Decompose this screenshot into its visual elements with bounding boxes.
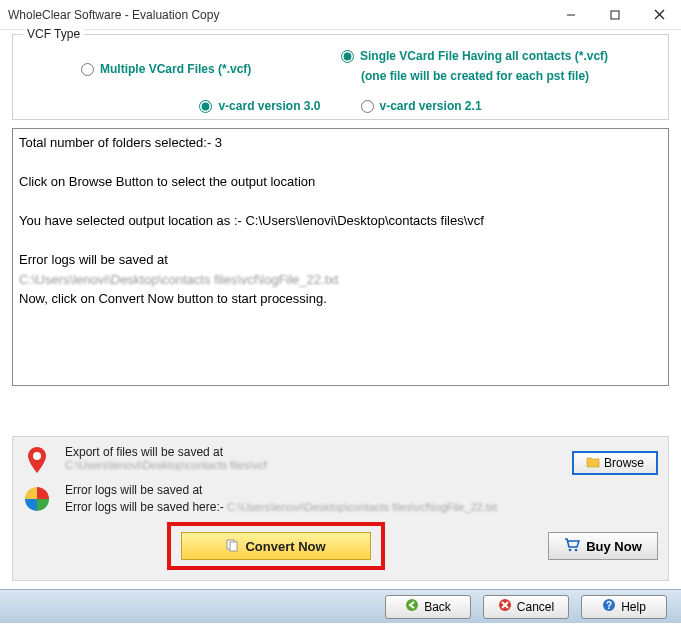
back-label: Back: [424, 600, 451, 614]
convert-highlight-box: Convert Now: [167, 522, 385, 570]
radio-single-input[interactable]: [341, 50, 354, 63]
errorlog-label: Error logs will be saved at: [65, 483, 658, 497]
log-line: Click on Browse Button to select the out…: [19, 172, 662, 192]
radio-version-21[interactable]: v-card version 2.1: [361, 99, 482, 113]
export-row: Export of files will be saved at C:\User…: [23, 445, 658, 475]
help-icon: ?: [602, 598, 616, 615]
cancel-label: Cancel: [517, 600, 554, 614]
log-line: Now, click on Convert Now button to star…: [19, 289, 662, 309]
action-row: Convert Now Buy Now: [23, 522, 658, 570]
svg-rect-6: [230, 542, 237, 551]
convert-icon: [225, 538, 239, 555]
convert-now-button[interactable]: Convert Now: [181, 532, 371, 560]
vcf-type-group: VCF Type Multiple VCard Files (*.vcf) Si…: [12, 34, 669, 120]
buy-now-button[interactable]: Buy Now: [548, 532, 658, 560]
svg-point-4: [33, 452, 41, 460]
vcf-type-legend: VCF Type: [23, 27, 84, 41]
errorlog-row: Error logs will be saved at Error logs w…: [23, 483, 658, 514]
radio-multiple-input[interactable]: [81, 63, 94, 76]
errorlog-line2: Error logs will be saved here:-: [65, 500, 227, 514]
radio-version-30[interactable]: v-card version 3.0: [199, 99, 320, 113]
errorlog-path: C:\Users\lenovi\Desktop\contacts files\v…: [227, 501, 497, 513]
browse-label: Browse: [604, 456, 644, 470]
help-button[interactable]: ? Help: [581, 595, 667, 619]
radio-v21-input[interactable]: [361, 100, 374, 113]
vcard-version-row: v-card version 3.0 v-card version 2.1: [21, 99, 660, 113]
log-line-blurred: C:\Users\lenovi\Desktop\contacts files\v…: [19, 270, 662, 290]
export-label: Export of files will be saved at: [65, 445, 558, 459]
buy-label: Buy Now: [586, 539, 642, 554]
radio-v30-label: v-card version 3.0: [218, 99, 320, 113]
location-pin-icon: [23, 447, 51, 475]
minimize-button[interactable]: [549, 0, 593, 30]
radio-multiple-label: Multiple VCard Files (*.vcf): [100, 62, 251, 76]
radio-v30-input[interactable]: [199, 100, 212, 113]
log-textarea[interactable]: Total number of folders selected:- 3 Cli…: [12, 128, 669, 386]
titlebar: WholeClear Software - Evaluation Copy: [0, 0, 681, 30]
maximize-button[interactable]: [593, 0, 637, 30]
log-line: Total number of folders selected:- 3: [19, 133, 662, 153]
convert-label: Convert Now: [245, 539, 325, 554]
radio-multiple-vcard[interactable]: Multiple VCard Files (*.vcf): [21, 55, 341, 83]
window-title: WholeClear Software - Evaluation Copy: [8, 8, 549, 22]
browse-button[interactable]: Browse: [572, 451, 658, 475]
log-line: Error logs will be saved at: [19, 250, 662, 270]
close-button[interactable]: [637, 0, 681, 30]
radio-single-sublabel: (one file will be created for each pst f…: [341, 69, 589, 83]
back-button[interactable]: Back: [385, 595, 471, 619]
footer-bar: Back Cancel ? Help: [0, 589, 681, 623]
help-label: Help: [621, 600, 646, 614]
svg-text:?: ?: [606, 600, 612, 611]
folder-icon: [586, 456, 600, 471]
export-path: C:\Users\lenovi\Desktop\contacts files\v…: [65, 459, 558, 471]
log-line: You have selected output location as :- …: [19, 211, 662, 231]
cancel-button[interactable]: Cancel: [483, 595, 569, 619]
cart-icon: [564, 538, 580, 555]
svg-point-7: [569, 548, 572, 551]
radio-v21-label: v-card version 2.1: [380, 99, 482, 113]
pie-chart-icon: [23, 485, 51, 513]
svg-point-9: [406, 599, 418, 611]
radio-single-label: Single VCard File Having all contacts (*…: [360, 49, 608, 63]
back-arrow-icon: [405, 598, 419, 615]
radio-single-vcard[interactable]: Single VCard File Having all contacts (*…: [341, 49, 651, 83]
bottom-panel: Export of files will be saved at C:\User…: [12, 436, 669, 581]
svg-point-8: [575, 548, 578, 551]
cancel-icon: [498, 598, 512, 615]
svg-rect-1: [611, 11, 619, 19]
